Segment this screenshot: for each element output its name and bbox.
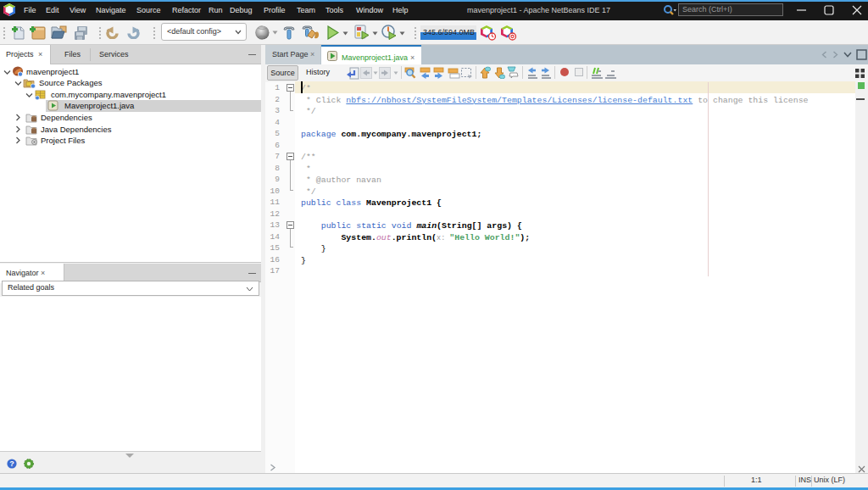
svg-text:?: ? — [9, 459, 14, 468]
